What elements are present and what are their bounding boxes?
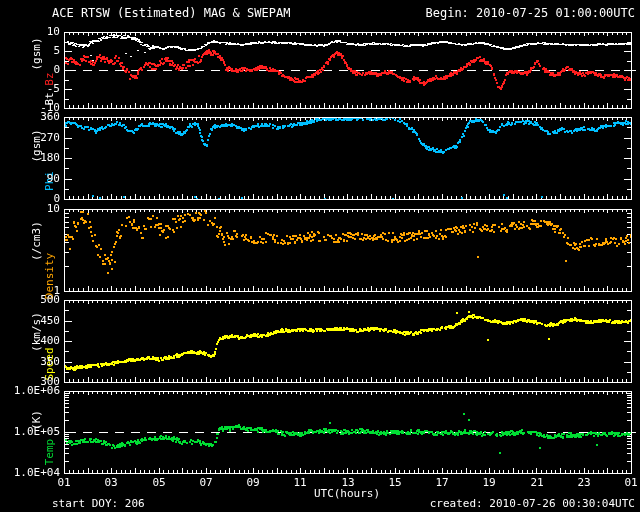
x-tick-label: 03 xyxy=(97,477,125,489)
x-tick-label: 01 xyxy=(617,477,640,489)
ace-rtsw-plot: ACE RTSW (Estimated) MAG & SWEPAM Begin:… xyxy=(0,0,640,512)
x-tick-label: 21 xyxy=(523,477,551,489)
temp-axis-label: Temp xyxy=(44,439,56,466)
y-tick-label: 5 xyxy=(0,45,60,57)
x-tick-label: 13 xyxy=(334,477,362,489)
y-tick-label: 10 xyxy=(0,203,60,215)
y-tick-label: 0 xyxy=(0,64,60,76)
y-tick-label: 90 xyxy=(0,173,60,185)
y-tick-label: 180 xyxy=(0,152,60,164)
y-tick-label: 500 xyxy=(0,294,60,306)
y-tick-label: 450 xyxy=(0,315,60,327)
x-tick-label: 17 xyxy=(428,477,456,489)
y-tick-label: 350 xyxy=(0,356,60,368)
x-tick-label: 19 xyxy=(475,477,503,489)
x-tick-label: 15 xyxy=(381,477,409,489)
x-tick-label: 11 xyxy=(286,477,314,489)
x-tick-label: 09 xyxy=(239,477,267,489)
density-unit-label: (/cm3) xyxy=(31,221,43,261)
y-tick-label: 360 xyxy=(0,111,60,123)
x-tick-label: 05 xyxy=(145,477,173,489)
x-tick-label: 07 xyxy=(192,477,220,489)
y-tick-label: 10 xyxy=(0,26,60,38)
y-tick-label: -5 xyxy=(0,83,60,95)
x-tick-label: 23 xyxy=(570,477,598,489)
start-doy-label: start DOY: 206 xyxy=(52,497,145,511)
y-tick-label: 1.0E+05 xyxy=(0,426,60,438)
y-tick-label: 270 xyxy=(0,132,60,144)
x-tick-label: 01 xyxy=(50,477,78,489)
y-tick-label: 400 xyxy=(0,335,60,347)
x-axis-title: UTC(hours) xyxy=(314,487,380,501)
y-tick-label: 1.0E+06 xyxy=(0,385,60,397)
plot-title: ACE RTSW (Estimated) MAG & SWEPAM xyxy=(52,6,290,20)
created-timestamp: created: 2010-07-26 00:30:04UTC xyxy=(430,497,635,511)
begin-timestamp: Begin: 2010-07-25 01:00:00UTC xyxy=(425,6,635,20)
plot-canvas xyxy=(0,0,640,512)
